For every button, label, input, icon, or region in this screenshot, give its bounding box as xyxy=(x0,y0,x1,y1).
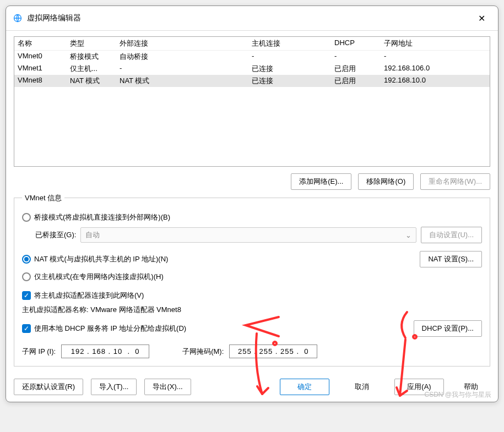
col-ext[interactable]: 外部连接 xyxy=(116,37,248,50)
use-dhcp-checkbox[interactable] xyxy=(22,324,31,333)
vmnet-info-fieldset: VMnet 信息 桥接模式(将虚拟机直接连接到外部网络)(B) 已桥接至(G):… xyxy=(14,198,490,367)
nat-settings-button[interactable]: NAT 设置(S)... xyxy=(420,251,482,267)
subnet-ip-label: 子网 IP (I): xyxy=(22,347,56,357)
subnet-ip-input[interactable] xyxy=(61,344,149,358)
table-header: 名称 类型 外部连接 主机连接 DHCP 子网地址 xyxy=(14,37,490,51)
network-table: 名称 类型 外部连接 主机连接 DHCP 子网地址 VMnet0桥接模式自动桥接… xyxy=(14,36,490,167)
cell-dhcp: 已启用 xyxy=(331,63,381,75)
cell-host: - xyxy=(248,51,331,63)
nat-label: NAT 模式(与虚拟机共享主机的 IP 地址)(N) xyxy=(34,254,168,264)
subnet-mask-input[interactable] xyxy=(229,344,317,358)
cell-subnet: 192.168.10.0 xyxy=(381,75,490,87)
hostonly-label: 仅主机模式(在专用网络内连接虚拟机)(H) xyxy=(34,272,164,282)
col-dhcp[interactable]: DHCP xyxy=(331,37,381,50)
cell-dhcp: - xyxy=(331,51,381,63)
close-button[interactable]: ✕ xyxy=(472,10,491,26)
cell-ext: 自动桥接 xyxy=(116,51,248,63)
rename-network-button: 重命名网络(W)... xyxy=(420,173,490,190)
table-row[interactable]: VMnet0桥接模式自动桥接--- xyxy=(14,51,490,63)
cell-ext: - xyxy=(116,63,248,75)
col-subnet[interactable]: 子网地址 xyxy=(381,37,490,50)
dialog-buttons: 还原默认设置(R) 导入(T)... 导出(X)... 确定 取消 应用(A) … xyxy=(6,372,498,402)
use-dhcp-label: 使用本地 DHCP 服务将 IP 地址分配给虚拟机(D) xyxy=(34,324,186,333)
table-row[interactable]: VMnet1仅主机...-已连接已启用192.168.106.0 xyxy=(14,63,490,75)
connect-host-checkbox[interactable] xyxy=(22,291,31,300)
fieldset-legend: VMnet 信息 xyxy=(22,193,64,203)
virtual-network-editor-window: 虚拟网络编辑器 ✕ 名称 类型 外部连接 主机连接 DHCP 子网地址 VMne… xyxy=(6,6,498,402)
hostonly-radio[interactable] xyxy=(22,272,31,281)
titlebar: 虚拟网络编辑器 ✕ xyxy=(6,6,498,31)
import-button[interactable]: 导入(T)... xyxy=(91,379,137,395)
export-button[interactable]: 导出(X)... xyxy=(144,379,191,395)
cell-name: VMnet8 xyxy=(14,75,67,87)
table-row[interactable]: VMnet8NAT 模式NAT 模式已连接已启用192.168.10.0 xyxy=(14,75,490,87)
cell-host: 已连接 xyxy=(248,63,331,75)
add-network-button[interactable]: 添加网络(E)... xyxy=(291,173,351,190)
window-title: 虚拟网络编辑器 xyxy=(27,13,472,23)
help-button[interactable]: 帮助 xyxy=(452,379,490,395)
chevron-down-icon: ⌄ xyxy=(405,231,411,239)
cell-name: VMnet0 xyxy=(14,51,67,63)
cell-type: 仅主机... xyxy=(67,63,116,75)
cell-name: VMnet1 xyxy=(14,63,67,75)
bridged-radio[interactable] xyxy=(22,213,31,222)
cell-type: NAT 模式 xyxy=(67,75,116,87)
cell-ext: NAT 模式 xyxy=(116,75,248,87)
restore-defaults-button[interactable]: 还原默认设置(R) xyxy=(14,379,83,395)
auto-settings-button: 自动设置(U)... xyxy=(421,227,482,243)
cancel-button[interactable]: 取消 xyxy=(337,379,387,395)
globe-icon xyxy=(13,13,23,23)
cell-subnet: - xyxy=(381,51,490,63)
col-name[interactable]: 名称 xyxy=(14,37,67,50)
adapter-name-label: 主机虚拟适配器名称: VMware 网络适配器 VMnet8 xyxy=(22,305,482,315)
nat-radio[interactable] xyxy=(22,255,31,264)
cell-host: 已连接 xyxy=(248,75,331,87)
bridged-to-select[interactable]: 自动 ⌄ xyxy=(80,227,416,243)
connect-host-label: 将主机虚拟适配器连接到此网络(V) xyxy=(34,291,144,300)
remove-network-button[interactable]: 移除网络(O) xyxy=(358,173,414,190)
cell-subnet: 192.168.106.0 xyxy=(381,63,490,75)
col-type[interactable]: 类型 xyxy=(67,37,116,50)
table-body: VMnet0桥接模式自动桥接---VMnet1仅主机...-已连接已启用192.… xyxy=(14,51,490,166)
ok-button[interactable]: 确定 xyxy=(280,379,329,395)
apply-button[interactable]: 应用(A) xyxy=(394,379,444,395)
subnet-mask-label: 子网掩码(M): xyxy=(182,347,224,357)
cell-type: 桥接模式 xyxy=(67,51,116,63)
dhcp-settings-button[interactable]: DHCP 设置(P)... xyxy=(414,320,482,337)
cell-dhcp: 已启用 xyxy=(331,75,381,87)
bridged-label: 桥接模式(将虚拟机直接连接到外部网络)(B) xyxy=(34,212,170,222)
bridged-to-label: 已桥接至(G): xyxy=(35,230,76,240)
col-host[interactable]: 主机连接 xyxy=(248,37,331,50)
